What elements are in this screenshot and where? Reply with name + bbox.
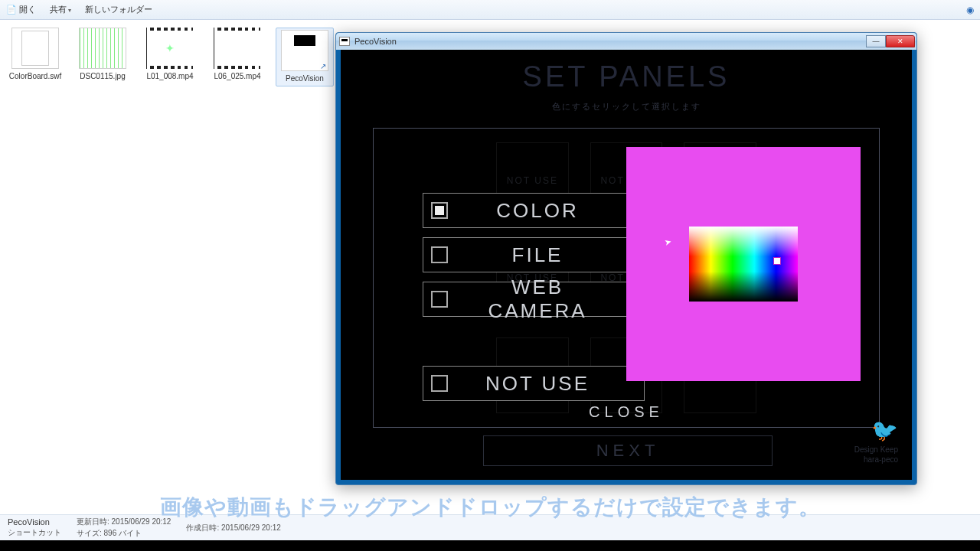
file-thumb xyxy=(79,28,126,69)
help-icon[interactable]: ◉ xyxy=(966,5,974,15)
window-title: PecoVision xyxy=(354,37,397,46)
close-button[interactable]: ✕ xyxy=(886,35,915,47)
title-bar[interactable]: PecoVision ― ✕ xyxy=(336,33,916,50)
file-item[interactable]: DSC0115.jpg xyxy=(74,28,132,86)
next-button[interactable]: NEXT xyxy=(483,435,773,466)
toolbar-newfolder[interactable]: 新しいフォルダー xyxy=(85,4,152,15)
app-icon xyxy=(339,37,350,46)
file-thumb xyxy=(281,30,328,71)
option-file[interactable]: FILE xyxy=(423,237,645,272)
close-panel-button[interactable]: CLOSE xyxy=(374,403,879,421)
file-thumb xyxy=(146,28,194,69)
file-item[interactable]: ColorBoard.swf xyxy=(6,28,64,86)
option-notuse[interactable]: NOT USE xyxy=(423,366,645,401)
page-title: SET PANELS xyxy=(341,60,912,93)
file-label: PecoVision xyxy=(286,74,324,83)
checkbox-icon xyxy=(431,375,448,392)
page-subtitle: 色にするセリックして選択します xyxy=(341,101,912,112)
bird-icon: 🐦 xyxy=(854,417,898,445)
checkbox-icon xyxy=(431,202,448,219)
checkbox-icon xyxy=(431,246,448,263)
file-label: ColorBoard.swf xyxy=(9,72,61,80)
option-webcamera[interactable]: WEB CAMERA xyxy=(423,282,645,317)
video-subtitle: 画像や動画もドラッグアンドドロップするだけで設定できます。 xyxy=(0,493,980,522)
toolbar-share[interactable]: 共有 xyxy=(50,4,71,15)
color-picker[interactable] xyxy=(689,227,798,302)
toolbar-open[interactable]: 📄 開く xyxy=(6,4,36,15)
color-preview xyxy=(626,147,861,381)
file-item-selected[interactable]: PecoVision xyxy=(276,28,334,86)
app-window: PecoVision ― ✕ SET PANELS 色にするセリックして選択しま… xyxy=(335,32,917,485)
file-thumb xyxy=(11,28,59,69)
file-label: L01_008.mp4 xyxy=(146,72,193,80)
file-label: L06_025.mp4 xyxy=(214,72,260,80)
checkbox-icon xyxy=(431,291,448,308)
explorer-toolbar: 📄 開く 共有 新しいフォルダー ◉ xyxy=(0,0,980,20)
option-color[interactable]: COLOR xyxy=(423,193,645,228)
status-type: ショートカット xyxy=(8,527,61,538)
file-item[interactable]: L06_025.mp4 xyxy=(208,28,266,86)
panel-frame: NOT USE NOT USE NOT USE NOT USE NOT USE … xyxy=(373,128,880,428)
file-thumb xyxy=(214,28,261,69)
logo: 🐦 Design Keep hara-peco xyxy=(854,417,898,465)
color-picker-handle[interactable] xyxy=(773,257,781,265)
minimize-button[interactable]: ― xyxy=(866,35,886,47)
file-label: DSC0115.jpg xyxy=(80,72,125,80)
file-item[interactable]: L01_008.mp4 xyxy=(141,28,199,86)
